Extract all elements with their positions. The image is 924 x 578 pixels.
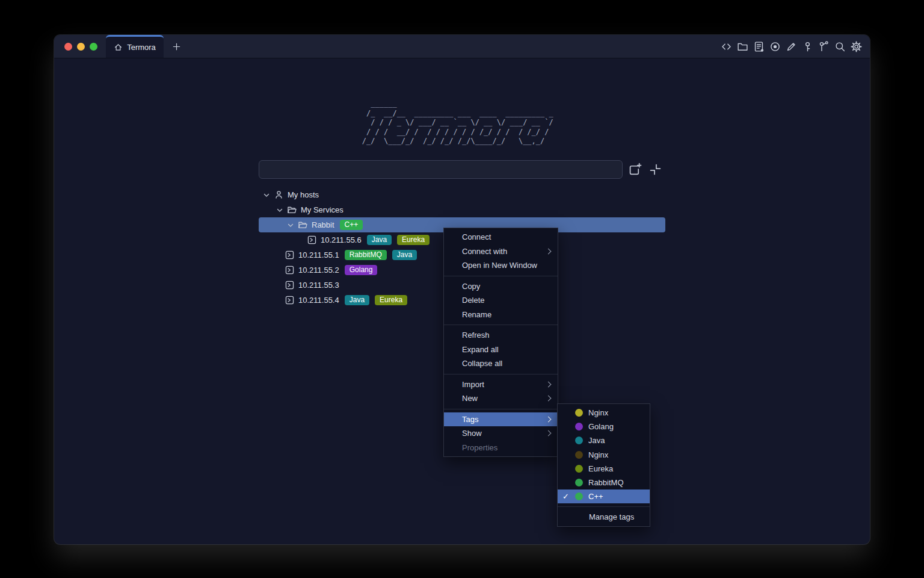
submenu-arrow-icon: [546, 416, 552, 422]
tree-row-my-services[interactable]: My Services: [259, 202, 665, 217]
menu-item-copy[interactable]: Copy: [444, 279, 558, 294]
menu-separator: [558, 506, 650, 507]
tree-item-label: My Services: [301, 205, 343, 214]
chevron-down-icon[interactable]: [275, 205, 285, 215]
keychain-icon[interactable]: [818, 41, 830, 52]
tag-color-dot: [575, 437, 583, 444]
host-label: 10.211.55.1: [298, 250, 339, 259]
key-icon[interactable]: [802, 41, 813, 52]
submenu-arrow-icon: [546, 381, 552, 387]
menu-item-delete[interactable]: Delete: [444, 293, 558, 308]
tree-item-label: My hosts: [288, 190, 319, 199]
terminal-icon: [285, 250, 295, 260]
check-icon: ✓: [562, 492, 575, 501]
menu-separator: [444, 276, 558, 276]
tag-option-nginx[interactable]: Nginx: [558, 406, 650, 420]
tag-badge: Eureka: [375, 295, 407, 305]
tag-option-java[interactable]: Java: [558, 434, 650, 447]
zoom-button[interactable]: [90, 43, 97, 51]
host-label: 10.211.55.3: [298, 281, 339, 290]
tree-row-my-hosts[interactable]: My hosts: [259, 187, 665, 202]
menu-item-refresh[interactable]: Refresh: [444, 328, 558, 343]
add-host-icon[interactable]: [628, 163, 642, 176]
submenu-arrow-icon: [546, 248, 552, 254]
tag-color-dot: [575, 409, 583, 417]
menu-item-connect-with[interactable]: Connect with: [444, 244, 558, 259]
titlebar: Termora: [54, 35, 870, 58]
manage-tags-item[interactable]: Manage tags: [558, 510, 650, 524]
tag-option-eureka[interactable]: Eureka: [558, 462, 650, 476]
tree-item-label: Rabbit: [312, 220, 334, 229]
tag-color-dot: [575, 451, 583, 459]
search-input[interactable]: [259, 160, 623, 179]
menu-separator: [444, 325, 558, 325]
traffic-lights: [54, 35, 106, 58]
menu-separator: [444, 409, 558, 409]
tab-title: Termora: [127, 43, 156, 52]
tag-color-dot: [575, 493, 583, 500]
tag-color-dot: [575, 465, 583, 473]
submenu-arrow-icon: [546, 396, 552, 402]
tab-termora[interactable]: Termora: [106, 35, 164, 58]
edit-icon[interactable]: [786, 41, 797, 52]
menu-item-tags[interactable]: Tags: [444, 412, 558, 427]
tag-badge: Eureka: [397, 235, 430, 245]
collapse-all-icon[interactable]: [648, 163, 662, 176]
submenu-arrow-icon: [546, 430, 552, 437]
folder-icon[interactable]: [737, 41, 748, 52]
context-menu: Connect Connect with Open in New Window …: [443, 228, 558, 457]
menu-item-expand-all[interactable]: Expand all: [444, 343, 558, 357]
tag-option-cpp[interactable]: ✓ C++: [558, 489, 650, 503]
tag-badge: Java: [392, 250, 417, 260]
terminal-icon: [285, 295, 295, 305]
tag-badge: Java: [345, 295, 369, 305]
terminal-icon: [285, 265, 295, 275]
code-icon[interactable]: [721, 41, 732, 52]
menu-item-new[interactable]: New: [444, 391, 558, 406]
folder-open-icon: [298, 220, 308, 230]
log-icon[interactable]: [753, 41, 765, 52]
tag-option-golang[interactable]: Golang: [558, 420, 650, 434]
close-button[interactable]: [64, 43, 72, 51]
main-content: ______ /_ __/__ _________ ___ ____ _____…: [54, 58, 870, 544]
home-icon: [114, 43, 123, 52]
tag-option-rabbitmq[interactable]: RabbitMQ: [558, 476, 650, 489]
record-icon[interactable]: [769, 41, 781, 52]
host-label: 10.211.55.4: [298, 296, 339, 305]
menu-item-connect[interactable]: Connect: [444, 230, 558, 244]
folder-open-icon: [287, 205, 297, 215]
tag-color-dot: [575, 479, 583, 486]
termora-window: Termora: [54, 35, 870, 544]
menu-item-properties: Properties: [444, 441, 558, 455]
tags-submenu: Nginx Golang Java Nginx Eureka: [557, 403, 650, 527]
menu-item-open-in-new-window[interactable]: Open in New Window: [444, 258, 558, 273]
minimize-button[interactable]: [77, 43, 85, 51]
chevron-down-icon[interactable]: [286, 220, 295, 230]
new-tab-button[interactable]: [167, 35, 185, 58]
terminal-icon: [307, 235, 317, 245]
terminal-icon: [285, 280, 295, 290]
menu-item-import[interactable]: Import: [444, 378, 558, 392]
chevron-down-icon[interactable]: [262, 190, 271, 200]
tag-badge: Golang: [345, 265, 378, 275]
tag-color-dot: [575, 423, 583, 430]
menu-item-rename[interactable]: Rename: [444, 308, 558, 322]
tag-badge: C++: [340, 220, 363, 230]
menu-item-show[interactable]: Show: [444, 426, 558, 441]
menu-separator: [444, 374, 558, 374]
user-icon: [274, 190, 284, 200]
toolbar: [721, 35, 870, 58]
host-label: 10.211.55.6: [321, 235, 362, 244]
menu-item-collapse-all[interactable]: Collapse all: [444, 356, 558, 371]
settings-icon[interactable]: [851, 41, 862, 52]
tag-badge: Java: [367, 235, 392, 245]
tag-option-nginx-2[interactable]: Nginx: [558, 448, 650, 462]
host-label: 10.211.55.2: [298, 266, 339, 275]
search-icon[interactable]: [834, 41, 846, 52]
tag-badge: RabbitMQ: [345, 250, 387, 260]
termora-ascii-logo: ______ /_ __/__ _________ ___ ____ _____…: [362, 99, 562, 146]
